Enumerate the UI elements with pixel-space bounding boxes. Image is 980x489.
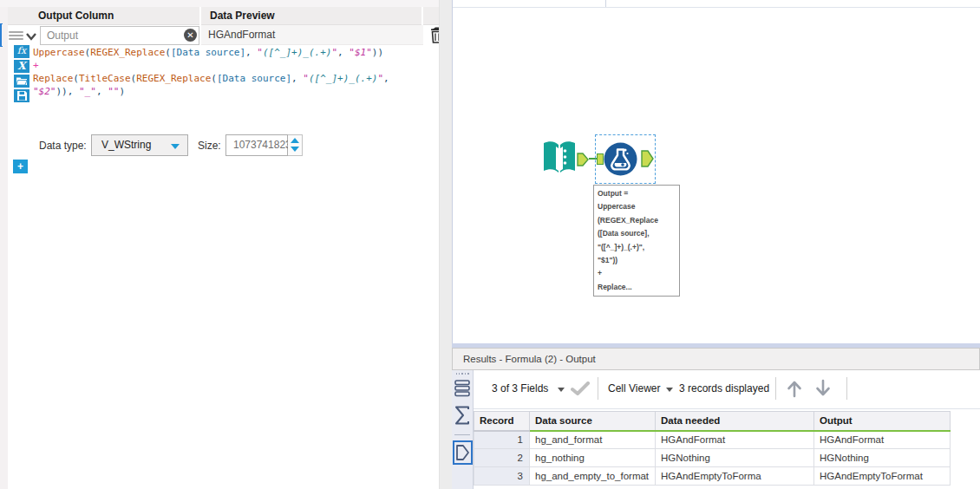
formula-tool-icon[interactable] xyxy=(604,142,637,176)
sidebar-separator xyxy=(454,434,470,435)
data-type-select[interactable]: V_WString xyxy=(91,134,188,156)
spinner-down-icon[interactable] xyxy=(291,147,299,152)
formula-tool-input-anchor[interactable] xyxy=(597,153,604,165)
data-preview-header: Data Preview xyxy=(203,7,423,25)
data-cell[interactable]: HGAndEmptyToFormat xyxy=(814,467,951,486)
data-cell[interactable]: hg_nothing xyxy=(530,449,656,467)
size-label: Size: xyxy=(198,140,221,152)
record-number-cell[interactable]: 3 xyxy=(474,467,530,486)
cell-viewer-caret-icon[interactable] xyxy=(666,388,673,392)
data-type-value: V_WString xyxy=(101,139,151,151)
formula-tool-output-anchor[interactable] xyxy=(641,150,654,171)
input-tool-output-anchor[interactable] xyxy=(577,153,589,170)
results-sidebar xyxy=(452,370,474,489)
code-line: Uppercase(REGEX_Replace([Data source], "… xyxy=(33,46,441,59)
canvas-ruler-tick xyxy=(605,0,606,7)
column-header-record[interactable]: Record xyxy=(474,412,530,431)
column-header-data-needed[interactable]: Data needed xyxy=(656,412,814,431)
results-data-grid[interactable]: RecordData sourceData neededOutput 1hg_a… xyxy=(474,411,951,486)
variables-icon[interactable]: X xyxy=(14,60,29,73)
config-scrollbar-track[interactable] xyxy=(439,0,452,489)
results-panel-title: Results - Formula (2) - Output xyxy=(452,348,980,370)
table-row[interactable]: 3hg_and_empty_to_formatHGAndEmptyToForma… xyxy=(474,467,951,486)
metadata-view-icon[interactable] xyxy=(454,379,472,401)
row-drag-handle-icon[interactable] xyxy=(9,31,23,42)
config-left-gutter xyxy=(0,7,8,489)
table-row[interactable]: 1hg_and_formatHGAndFormatHGAndFormat xyxy=(474,431,951,449)
size-stepper[interactable] xyxy=(288,134,303,156)
saved-expressions-folder-icon[interactable] xyxy=(14,75,29,88)
apply-checkmark-icon[interactable] xyxy=(571,381,590,400)
functions-fx-icon[interactable]: fx xyxy=(14,45,29,58)
workflow-canvas[interactable]: Output =Uppercase(REGEX_Replace([Data so… xyxy=(452,0,980,343)
sidebar-drag-dots-icon[interactable] xyxy=(456,373,469,375)
records-displayed-label: 3 records displayed xyxy=(679,382,769,394)
add-expression-button[interactable]: + xyxy=(13,160,28,173)
fields-summary-dropdown[interactable]: 3 of 3 Fields xyxy=(492,382,548,394)
data-cell[interactable]: HGAndFormat xyxy=(656,431,814,449)
data-type-label: Data type: xyxy=(39,140,87,152)
chevron-down-icon[interactable] xyxy=(25,31,37,42)
fields-dropdown-caret-icon[interactable] xyxy=(558,388,565,392)
formula-config-panel: Output Column Data Preview Output ✕ HGAn… xyxy=(0,0,451,489)
data-view-icon-selected[interactable] xyxy=(453,440,473,465)
table-row[interactable]: 2hg_nothingHGNothingHGNothing xyxy=(474,449,951,467)
data-cell[interactable]: hg_and_empty_to_format xyxy=(530,467,656,486)
data-cell[interactable]: HGAndEmptyToForma xyxy=(656,467,814,486)
data-cell[interactable]: HGAndFormat xyxy=(814,431,951,449)
data-cell[interactable]: HGNothing xyxy=(656,449,814,467)
clear-field-button[interactable]: ✕ xyxy=(184,29,197,42)
scroll-up-arrow-icon[interactable] xyxy=(786,379,803,401)
output-column-input[interactable]: Output xyxy=(40,26,199,45)
size-input[interactable]: 1073741823 xyxy=(225,134,288,156)
toolbar-separator xyxy=(846,377,847,400)
toolbar-separator xyxy=(598,377,598,400)
output-column-header: Output Column xyxy=(31,7,201,25)
data-cell[interactable]: hg_and_format xyxy=(530,431,656,449)
results-header-row: RecordData sourceData neededOutput xyxy=(474,412,951,431)
tool-annotation[interactable]: Output =Uppercase(REGEX_Replace([Data so… xyxy=(593,185,680,297)
toolbar-separator xyxy=(775,377,776,400)
expression-row-bracket xyxy=(0,23,3,47)
summary-sigma-icon[interactable] xyxy=(454,405,472,429)
column-header-output[interactable]: Output xyxy=(814,412,951,431)
spinner-up-icon[interactable] xyxy=(291,138,299,143)
data-cell[interactable]: HGNothing xyxy=(814,449,951,467)
dropdown-caret-icon xyxy=(171,144,180,149)
input-data-tool-icon[interactable] xyxy=(542,140,577,176)
code-line: "$2")), "_", "") xyxy=(33,85,441,98)
data-preview-value: HGAndFormat xyxy=(201,25,423,45)
config-column-headers: Output Column Data Preview xyxy=(8,7,448,25)
cell-viewer-dropdown[interactable]: Cell Viewer xyxy=(608,382,660,394)
results-toolbar: 3 of 3 Fields Cell Viewer 3 records disp… xyxy=(474,370,980,409)
record-number-cell[interactable]: 1 xyxy=(474,431,530,449)
record-number-cell[interactable]: 2 xyxy=(474,449,530,467)
code-line: + xyxy=(33,59,441,72)
save-expression-icon[interactable] xyxy=(14,89,29,102)
column-header-data-source[interactable]: Data source xyxy=(530,412,656,431)
config-top-strip xyxy=(0,0,448,7)
results-table-body: 1hg_and_formatHGAndFormatHGAndFormat2hg_… xyxy=(474,431,951,486)
expression-code-editor[interactable]: Uppercase(REGEX_Replace([Data source], "… xyxy=(33,46,441,133)
code-line: Replace(TitleCase(REGEX_Replace([Data so… xyxy=(33,72,441,85)
scroll-down-arrow-icon[interactable] xyxy=(814,379,832,401)
canvas-ruler-line xyxy=(453,7,980,8)
results-panel-body: 3 of 3 Fields Cell Viewer 3 records disp… xyxy=(452,370,980,489)
